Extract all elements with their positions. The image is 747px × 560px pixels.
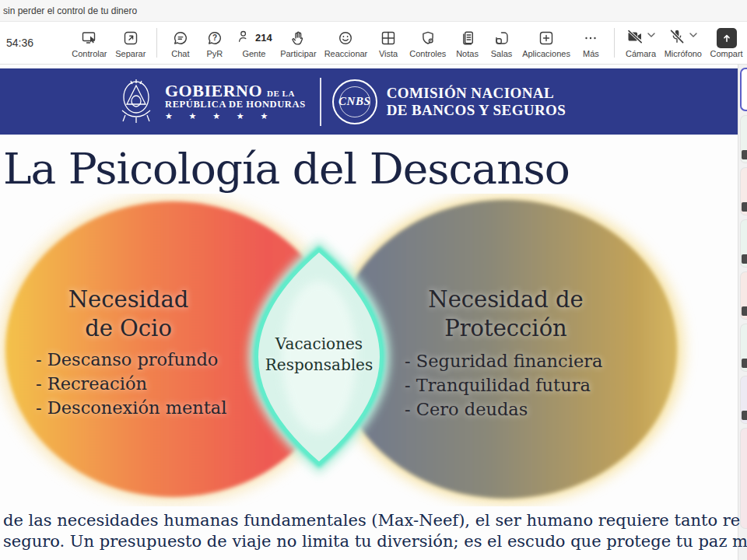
toolbar-divider bbox=[156, 28, 157, 58]
qna-button[interactable]: ? PyR bbox=[198, 26, 232, 60]
slide-thumbnail[interactable] bbox=[740, 68, 747, 111]
camera-button[interactable]: Cámara bbox=[621, 26, 660, 60]
camera-off-icon bbox=[626, 27, 644, 49]
share-up-arrow-icon bbox=[717, 28, 737, 48]
slide-number-badge bbox=[742, 411, 747, 420]
pop-out-icon bbox=[121, 28, 140, 48]
banner-divider bbox=[320, 78, 321, 126]
settings-controls-button[interactable]: Controles bbox=[405, 26, 450, 60]
people-icon bbox=[236, 27, 253, 49]
people-button[interactable]: 214 Gente bbox=[232, 26, 276, 60]
notes-button[interactable]: Notas bbox=[451, 26, 485, 60]
venn-intersection-label: Vacaciones Responsables bbox=[253, 334, 385, 376]
chat-button[interactable]: Chat bbox=[163, 26, 198, 60]
shield-gear-icon bbox=[419, 28, 437, 48]
org-line2: DE BANCOS Y SEGUROS bbox=[387, 102, 566, 119]
window-title: sin perder el control de tu dinero bbox=[3, 5, 137, 16]
cnbs-wordmark: COMISIÓN NACIONAL DE BANCOS Y SEGUROS bbox=[387, 85, 566, 119]
apps-button[interactable]: Aplicaciones bbox=[519, 26, 574, 60]
slide-number-badge bbox=[742, 359, 747, 368]
gov-subtitle: REPÚBLICA DE HONDURAS bbox=[165, 100, 306, 110]
share-button[interactable]: Compart bbox=[706, 26, 747, 60]
smiley-icon bbox=[336, 28, 355, 48]
cnbs-seal: CNBS bbox=[332, 79, 377, 124]
slide-thumbnail-strip bbox=[738, 65, 747, 560]
raise-hand-button[interactable]: Participar bbox=[276, 26, 321, 60]
slide-number-badge bbox=[742, 202, 747, 212]
slide-thumbnail[interactable] bbox=[740, 376, 747, 424]
slide-thumbnail[interactable] bbox=[740, 271, 747, 320]
shared-slide: GOBIERNO DE LA REPÚBLICA DE HONDURAS ★ ★… bbox=[0, 65, 738, 560]
gov-stars: ★ ★ ★ ★ ★ bbox=[165, 112, 306, 121]
raise-hand-icon bbox=[289, 28, 307, 48]
right-circle-heading: Necesidad de Protección bbox=[385, 285, 626, 343]
gov-name: GOBIERNO bbox=[165, 81, 262, 100]
take-control-button[interactable]: Controlar bbox=[68, 26, 111, 60]
more-button[interactable]: Más bbox=[573, 26, 608, 60]
microphone-dropdown-chevron[interactable] bbox=[689, 28, 698, 42]
left-circle-items: - Descanso profundo - Recreación - Desco… bbox=[36, 348, 226, 420]
breakout-rooms-button[interactable]: Salas bbox=[485, 26, 519, 60]
slide-thumbnail[interactable] bbox=[740, 115, 747, 163]
svg-text:?: ? bbox=[212, 33, 217, 42]
screen-control-icon bbox=[80, 28, 99, 48]
slide-number-badge bbox=[742, 254, 747, 264]
camera-dropdown-chevron[interactable] bbox=[647, 28, 656, 42]
slide-thumbnail[interactable] bbox=[740, 428, 747, 529]
rooms-icon bbox=[493, 28, 511, 48]
gov-dela: DE LA bbox=[267, 89, 295, 98]
pop-out-button[interactable]: Separar bbox=[111, 26, 150, 60]
meeting-toolbar: 54:36 Controlar Separar Chat bbox=[0, 22, 747, 65]
slide-number-badge bbox=[742, 306, 747, 316]
slide-thumbnail[interactable] bbox=[740, 167, 747, 215]
slide-title: La Psicología del Descanso bbox=[0, 135, 738, 194]
honduras-coat-of-arms bbox=[115, 76, 157, 128]
microphone-button[interactable]: Micrófono bbox=[661, 26, 707, 60]
notes-icon bbox=[458, 28, 477, 48]
venn-diagram: Necesidad de Ocio - Descanso profundo - … bbox=[0, 194, 738, 506]
slide-banner: GOBIERNO DE LA REPÚBLICA DE HONDURAS ★ ★… bbox=[0, 68, 738, 135]
meeting-stage: GOBIERNO DE LA REPÚBLICA DE HONDURAS ★ ★… bbox=[0, 65, 747, 560]
slide-number-badge bbox=[742, 150, 747, 159]
toolbar-divider bbox=[614, 28, 615, 58]
meeting-timer: 54:36 bbox=[6, 37, 33, 49]
slide-footer-text: de las necesidades humanas fundamentales… bbox=[0, 506, 738, 552]
slide-thumbnail[interactable] bbox=[740, 324, 747, 372]
add-app-icon bbox=[537, 28, 556, 48]
qna-icon: ? bbox=[205, 28, 224, 48]
org-line1: COMISIÓN NACIONAL bbox=[387, 85, 566, 102]
window-titlebar: sin perder el control de tu dinero bbox=[0, 0, 747, 22]
grid-view-icon bbox=[379, 28, 398, 48]
right-circle-items: - Seguridad financiera - Tranquilidad fu… bbox=[405, 349, 602, 422]
react-button[interactable]: Reaccionar bbox=[321, 26, 371, 60]
government-wordmark: GOBIERNO DE LA REPÚBLICA DE HONDURAS ★ ★… bbox=[165, 82, 306, 121]
participant-count: 214 bbox=[255, 32, 272, 44]
microphone-off-icon bbox=[668, 27, 686, 49]
view-button[interactable]: Vista bbox=[371, 26, 405, 60]
slide-thumbnail[interactable] bbox=[740, 219, 747, 268]
ellipsis-icon bbox=[581, 28, 600, 48]
left-circle-heading: Necesidad de Ocio bbox=[31, 285, 226, 343]
chat-icon bbox=[171, 28, 190, 48]
